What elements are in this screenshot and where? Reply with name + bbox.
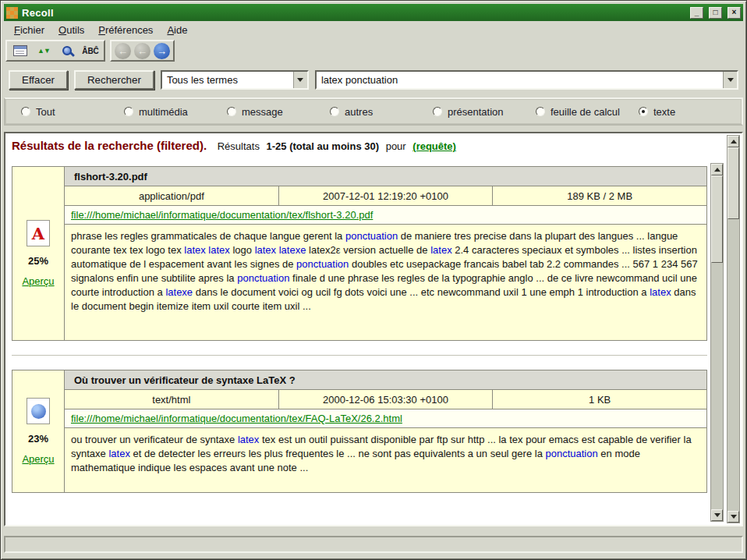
results-count-prefix: Résultats	[218, 140, 260, 152]
url-link[interactable]: file:///home/michael/informatique/docume…	[71, 413, 402, 424]
filter-radio-presentation[interactable]: présentation	[433, 106, 536, 118]
radio-icon[interactable]	[21, 107, 30, 116]
result-title: Où trouver un vérificateur de syntaxe La…	[64, 370, 707, 390]
radio-icon[interactable]	[639, 107, 648, 116]
result-entry-2: 23% Aperçu Où trouver un vérificateur de…	[12, 370, 707, 493]
first-page-icon[interactable]: ←	[115, 43, 131, 59]
date-cell: 2007-12-01 12:19:20 +0100	[278, 186, 493, 205]
relevance-label: 23%	[28, 433, 48, 445]
recoll-window: Recoll _ □ × Fichier Outils Préférences …	[0, 0, 747, 560]
results-list: 25% Aperçu flshort-3.20.pdf application/…	[12, 166, 707, 522]
search-mode-select[interactable]: Tous les termes	[161, 70, 309, 90]
results-count-pour: pour	[386, 140, 406, 152]
scroll-up-button[interactable]	[728, 136, 739, 147]
date-cell: 2000-12-06 15:03:30 +0100	[278, 390, 493, 409]
result-url-row: file:///home/michael/informatique/docume…	[64, 409, 707, 428]
toolbar-group-navigation: ← ← →	[110, 40, 175, 62]
filter-radio-feuille-de-calcul[interactable]: feuille de calcul	[536, 106, 639, 118]
size-cell: 189 KB / 2 MB	[492, 186, 706, 205]
result-entry-1-table: flshort-3.20.pdf application/pdf 2007-12…	[64, 166, 707, 341]
scroll-down-button[interactable]	[728, 511, 739, 523]
result-entry-2-table: Où trouver un vérificateur de syntaxe La…	[64, 370, 707, 493]
scrollbar-thumb[interactable]	[711, 175, 723, 263]
status-bar	[4, 536, 743, 553]
html-icon	[27, 398, 50, 424]
search-button[interactable]: Rechercher	[74, 70, 154, 90]
window-title: Recoll	[22, 7, 685, 19]
results-title: Résultats de la recherche (filtered).	[12, 139, 207, 152]
menu-item-preferences[interactable]: Préférences	[91, 22, 160, 38]
update-index-icon[interactable]: ▲▼	[34, 42, 54, 59]
abstract-text: ou trouver un verificateur de syntaxe la…	[64, 427, 707, 493]
query-link[interactable]: (requête)	[412, 140, 456, 152]
results-panel: Résultats de la recherche (filtered). Ré…	[4, 132, 743, 526]
clear-search-icon[interactable]	[10, 42, 30, 59]
outer-scrollbar[interactable]	[727, 135, 740, 523]
result-entry-2-left-cell: 23% Aperçu	[12, 370, 65, 493]
pdf-icon	[27, 220, 50, 246]
filter-bar: Tout multimédia message autres présentat…	[4, 97, 743, 126]
preview-link[interactable]: Aperçu	[22, 275, 54, 287]
url-link[interactable]: file:///home/michael/informatique/docume…	[71, 209, 373, 221]
maximize-button[interactable]: □	[709, 7, 722, 19]
search-row: Effacer Rechercher Tous les termes	[4, 69, 743, 90]
result-meta-row: text/html 2000-12-06 15:03:30 +0100 1 KB	[64, 389, 707, 409]
titlebar: Recoll _ □ ×	[4, 4, 743, 21]
radio-icon[interactable]	[433, 107, 442, 116]
preview-link[interactable]: Aperçu	[22, 453, 54, 465]
close-button[interactable]: ×	[728, 7, 741, 19]
radio-icon[interactable]	[227, 107, 236, 116]
result-entry-1-left-cell: 25% Aperçu	[12, 166, 65, 341]
result-entry-1: 25% Aperçu flshort-3.20.pdf application/…	[12, 166, 707, 341]
toolbar-group-tools: ▲▼ ÂBĈ	[5, 40, 105, 62]
results-list-region: 25% Aperçu flshort-3.20.pdf application/…	[12, 163, 724, 522]
filter-radio-message[interactable]: message	[227, 106, 330, 118]
toolbar: ▲▼ ÂBĈ ← ← →	[4, 38, 743, 63]
scrollbar-track[interactable]	[711, 175, 723, 509]
app-icon	[6, 7, 18, 19]
query-combo	[315, 70, 738, 90]
scrollbar-thumb[interactable]	[728, 147, 739, 219]
previous-page-icon[interactable]: ←	[134, 43, 150, 59]
scroll-up-button[interactable]	[711, 164, 723, 175]
next-page-icon[interactable]: →	[154, 43, 170, 59]
menu-item-outils[interactable]: Outils	[51, 22, 91, 38]
advanced-search-icon[interactable]	[57, 42, 77, 59]
filter-radio-multimedia[interactable]: multimédia	[124, 106, 227, 118]
result-meta-row: application/pdf 2007-12-01 12:19:20 +010…	[64, 186, 707, 206]
mime-cell: application/pdf	[65, 186, 278, 205]
result-title: flshort-3.20.pdf	[64, 166, 707, 186]
relevance-label: 25%	[28, 255, 48, 267]
results-header: Résultats de la recherche (filtered). Ré…	[5, 133, 742, 154]
scrollbar-track[interactable]	[728, 147, 739, 511]
radio-icon[interactable]	[536, 107, 545, 116]
result-url-row: file:///home/michael/informatique/docume…	[64, 205, 707, 225]
query-input[interactable]	[317, 72, 723, 88]
filter-radio-autres[interactable]: autres	[330, 106, 433, 118]
radio-icon[interactable]	[330, 107, 339, 116]
results-count-range: 1-25 (total au moins 30)	[267, 140, 379, 152]
term-explorer-icon[interactable]: ÂBĈ	[80, 42, 101, 59]
query-dropdown-icon[interactable]	[723, 72, 737, 88]
clear-button[interactable]: Effacer	[9, 70, 68, 90]
menu-item-aide[interactable]: Aide	[160, 22, 194, 38]
menu-item-fichier[interactable]: Fichier	[7, 22, 51, 38]
search-mode-dropdown-icon[interactable]	[293, 72, 307, 88]
abstract-text: phrase les regles grammaticales de chaqu…	[64, 224, 707, 341]
filter-radio-tout[interactable]: Tout	[21, 106, 124, 118]
minimize-button[interactable]: _	[690, 7, 703, 19]
scroll-down-button[interactable]	[711, 509, 723, 521]
mime-cell: text/html	[65, 390, 278, 409]
size-cell: 1 KB	[492, 390, 706, 409]
radio-icon[interactable]	[124, 107, 133, 116]
entry-separator	[12, 355, 707, 356]
menubar: Fichier Outils Préférences Aide	[4, 21, 743, 38]
filter-radio-texte[interactable]: texte	[639, 106, 675, 118]
search-mode-value: Tous les termes	[162, 72, 293, 88]
inner-scrollbar[interactable]	[710, 163, 724, 522]
